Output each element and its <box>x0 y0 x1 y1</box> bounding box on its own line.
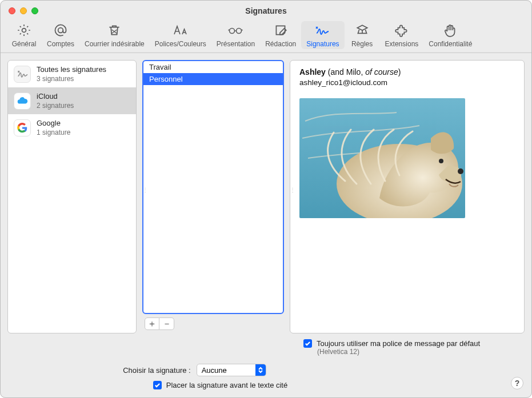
checkbox-checked-icon <box>153 381 162 389</box>
font-detail: (Helvetica 12) <box>317 348 359 356</box>
signature-item[interactable]: Travail <box>143 61 283 73</box>
tab-fonts[interactable]: Polices/Couleurs <box>150 21 211 49</box>
select-arrows-icon <box>255 364 266 376</box>
tab-label: Signatures <box>306 40 339 48</box>
checkbox-label: Placer la signature avant le texte cité <box>166 381 287 389</box>
at-icon <box>53 22 68 38</box>
signatures-list: Travail Personnel <box>142 60 284 314</box>
svg-point-1 <box>58 28 63 33</box>
signature-email: ashley_rico1@icloud.com <box>299 78 515 87</box>
tab-composing[interactable]: Rédaction <box>260 21 301 49</box>
tab-general[interactable]: Général <box>6 21 42 49</box>
tab-label: Général <box>12 40 37 48</box>
hand-icon <box>443 22 458 38</box>
gear-icon <box>17 22 31 38</box>
select-value: Aucune <box>202 366 255 375</box>
account-name: iCloud <box>37 92 74 100</box>
compose-icon <box>273 22 288 38</box>
account-count: 2 signatures <box>37 102 74 110</box>
tab-extensions[interactable]: Extensions <box>380 21 424 49</box>
puzzle-icon <box>394 22 409 38</box>
signature-add-remove: ＋ － <box>145 317 284 330</box>
choose-signature-label: Choisir la signature : <box>123 366 191 375</box>
tab-label: Extensions <box>385 40 419 48</box>
tab-label: Confidentialité <box>429 40 472 48</box>
account-google[interactable]: Google 1 signature <box>8 114 136 141</box>
tab-viewing[interactable]: Présentation <box>211 21 260 49</box>
tab-label: Comptes <box>47 40 74 48</box>
svg-point-2 <box>230 29 235 34</box>
google-icon <box>14 119 31 136</box>
accounts-list: Toutes les signatures 3 signatures iClou… <box>7 60 137 333</box>
tab-signatures[interactable]: Signatures <box>301 21 344 49</box>
trash-icon <box>107 22 122 38</box>
content-area: ⋮ ⋮ Toutes les signatures 3 signatures i… <box>1 53 531 337</box>
checkbox-checked-icon <box>303 339 312 348</box>
toolbar: Général Comptes Courrier indésirable Pol… <box>1 19 531 53</box>
options-area: Toujours utiliser ma police de message p… <box>1 337 531 397</box>
titlebar: Signatures <box>1 3 531 19</box>
signature-icon <box>314 22 331 38</box>
account-name: Toutes les signatures <box>37 65 106 74</box>
help-button[interactable]: ? <box>511 377 523 389</box>
tab-label: Polices/Couleurs <box>155 40 206 48</box>
tab-junk[interactable]: Courrier indésirable <box>79 21 150 49</box>
add-signature-button[interactable]: ＋ <box>145 317 159 330</box>
svg-point-6 <box>458 168 463 174</box>
signature-preview[interactable]: Ashley (and Milo, of course) ashley_rico… <box>290 60 525 333</box>
account-icloud[interactable]: iCloud 2 signatures <box>8 87 136 114</box>
account-all-signatures[interactable]: Toutes les signatures 3 signatures <box>8 61 136 87</box>
column-resize-handle[interactable]: ⋮ <box>142 187 146 204</box>
tab-label: Règles <box>351 40 373 48</box>
svg-point-0 <box>22 29 26 33</box>
font-icon <box>172 22 189 38</box>
signature-image <box>299 98 465 218</box>
tab-label: Courrier indésirable <box>85 40 145 48</box>
account-count: 3 signatures <box>37 75 106 83</box>
account-name: Google <box>37 119 70 127</box>
signature-text-line: Ashley (and Milo, of course) <box>299 67 515 77</box>
checkbox-label: Toujours utiliser ma police de message p… <box>317 339 480 348</box>
rules-icon <box>355 22 370 38</box>
choose-signature-select[interactable]: Aucune <box>197 364 266 376</box>
tab-accounts[interactable]: Comptes <box>42 21 79 49</box>
place-before-checkbox[interactable]: Placer la signature avant le texte cité <box>11 381 430 389</box>
always-use-font-checkbox[interactable]: Toujours utiliser ma police de message p… <box>303 339 521 348</box>
tab-rules[interactable]: Règles <box>345 21 380 49</box>
icloud-icon <box>14 93 31 110</box>
tab-label: Présentation <box>217 40 255 48</box>
signature-item[interactable]: Personnel <box>143 73 283 85</box>
tab-privacy[interactable]: Confidentialité <box>423 21 477 49</box>
remove-signature-button[interactable]: － <box>159 317 174 330</box>
glasses-icon <box>227 22 244 38</box>
tab-label: Rédaction <box>265 40 296 48</box>
column-resize-handle[interactable]: ⋮ <box>290 187 293 204</box>
preferences-window: Signatures Général Comptes Courrier indé… <box>0 0 532 398</box>
account-count: 1 signature <box>37 128 70 136</box>
window-title: Signatures <box>1 6 531 15</box>
signature-icon <box>14 66 31 83</box>
svg-point-7 <box>439 159 443 163</box>
svg-point-3 <box>237 29 242 34</box>
